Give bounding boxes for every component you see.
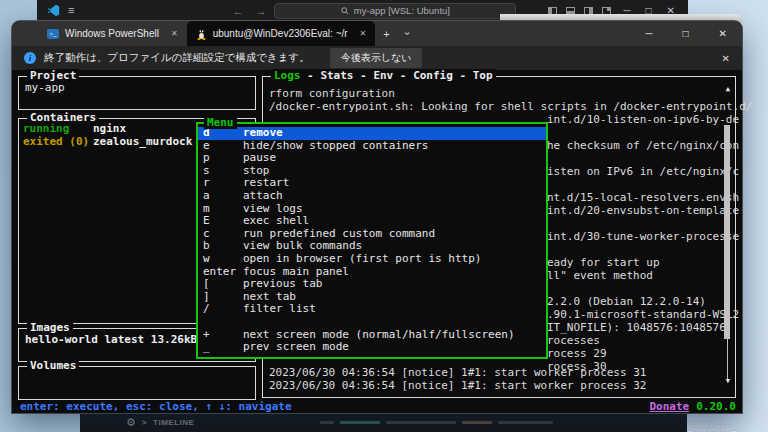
keybind-hints: enter: execute, esc: close, ↑ ↓: navigat… xyxy=(20,400,292,413)
back-icon[interactable]: ← xyxy=(232,5,243,17)
menu-item-blank[interactable] xyxy=(198,316,546,329)
timeline-chevron-icon: > xyxy=(142,418,147,427)
terminal-tabbar: >_ Windows PowerShell ✕ ubuntu@WinDev230… xyxy=(12,21,742,46)
powershell-icon: >_ xyxy=(47,29,59,39)
windows-watermark: ndows 11 Enterprise Ev xyxy=(687,419,768,432)
menu-item-E[interactable]: Eexec shell xyxy=(198,215,546,228)
tab-separator: - xyxy=(354,69,374,82)
version-label: 0.20.0 xyxy=(696,400,736,413)
scrollbar-track xyxy=(727,339,728,379)
tab-dropdown-button[interactable]: › xyxy=(398,21,417,46)
gear-icon[interactable]: ⚙ xyxy=(126,416,136,429)
main-tab-logs[interactable]: Logs xyxy=(274,69,301,82)
menu-title: Menu xyxy=(204,116,237,129)
main-tab-stats[interactable]: Stats xyxy=(320,69,353,82)
menu-item-a[interactable]: aattach xyxy=(198,190,546,203)
log-lines-fragments: int.d/10-listen-on-ipv6-by-de he checksu… xyxy=(547,113,739,373)
hamburger-menu-icon[interactable]: ≡ xyxy=(68,5,74,16)
containers-panel-title: Containers xyxy=(27,111,99,124)
menu-popup: Menu dremoveehide/show stopped container… xyxy=(196,122,548,359)
vscode-search-box[interactable]: my-app [WSL: Ubuntu] xyxy=(274,3,516,19)
volumes-panel-title: Volumes xyxy=(27,359,79,372)
tab-separator: - xyxy=(453,69,473,82)
volumes-panel[interactable]: Volumes xyxy=(18,366,256,400)
menu-item-w[interactable]: wopen in browser (first port is http) xyxy=(198,253,546,266)
terminal-close-button[interactable]: ✕ xyxy=(704,28,742,39)
banner-dismiss-button[interactable]: 今後表示しない xyxy=(330,48,423,68)
vscode-search-text: my-app [WSL: Ubuntu] xyxy=(354,5,450,16)
statusbar: enter: execute, esc: close, ↑ ↓: navigat… xyxy=(20,400,736,413)
log-lines-bottom: 2023/06/30 04:36:54 [notice] 1#1: start … xyxy=(269,366,647,392)
main-tab-env[interactable]: Env xyxy=(373,69,393,82)
lazydocker-tui: Project my-app Containers runningnginx0e… xyxy=(12,70,742,413)
main-panel-tabs: Logs - Stats - Env - Config - Top xyxy=(271,69,496,82)
project-panel-title: Project xyxy=(27,69,79,82)
tab-separator: - xyxy=(301,69,321,82)
menu-list: dremoveehide/show stopped containersppau… xyxy=(198,127,546,354)
tab-close-icon[interactable]: ✕ xyxy=(171,29,178,38)
terminal-info-banner: i 終了動作は、プロファイルの詳細設定で構成できます。 今後表示しない ✕ xyxy=(12,46,742,70)
images-panel-title: Images xyxy=(27,321,73,334)
project-panel[interactable]: Project my-app xyxy=(18,76,256,110)
info-icon: i xyxy=(24,52,36,64)
menu-item-d[interactable]: dremove xyxy=(198,127,546,140)
tab-windows-powershell[interactable]: >_ Windows PowerShell ✕ xyxy=(38,21,187,46)
menu-item-p[interactable]: ppause xyxy=(198,152,546,165)
tab-ubuntu-wsl[interactable]: ubuntu@WinDev2306Eval: ~/r ✕ xyxy=(187,21,376,46)
chevron-down-icon: › xyxy=(402,32,413,35)
terminal-minimize-button[interactable]: ─ xyxy=(630,28,667,39)
timeline-section-label[interactable]: TIMELINE xyxy=(153,418,194,427)
vscode-logo-icon xyxy=(47,4,60,17)
main-tab-top[interactable]: Top xyxy=(473,69,493,82)
terminal-window: >_ Windows PowerShell ✕ ubuntu@WinDev230… xyxy=(12,21,742,413)
tab-title: ubuntu@WinDev2306Eval: ~/r xyxy=(213,28,348,39)
banner-message: 終了動作は、プロファイルの詳細設定で構成できます。 xyxy=(44,51,310,65)
scroll-up-icon[interactable]: ▲ xyxy=(726,85,730,93)
menu-item-_[interactable]: _prev screen mode xyxy=(198,341,546,354)
linux-tux-icon xyxy=(196,28,207,40)
donate-link[interactable]: Donate xyxy=(650,400,690,413)
menu-item-[[interactable]: [previous tab xyxy=(198,278,546,291)
search-icon xyxy=(341,7,349,15)
terminal-maximize-button[interactable]: □ xyxy=(668,28,704,39)
log-lines-top: rform configuration /docker-entrypoint.s… xyxy=(269,87,752,113)
menu-item-/[interactable]: /filter list xyxy=(198,303,546,316)
new-tab-button[interactable]: + xyxy=(375,21,397,46)
tab-close-icon[interactable]: ✕ xyxy=(360,29,367,38)
scroll-down-icon[interactable]: ▼ xyxy=(726,377,730,385)
main-tab-config[interactable]: Config xyxy=(413,69,453,82)
tab-title: Windows PowerShell xyxy=(65,28,159,39)
forward-icon[interactable]: → xyxy=(255,5,266,17)
tab-separator: - xyxy=(393,69,413,82)
scrollbar-thumb[interactable] xyxy=(724,125,730,339)
banner-close-icon[interactable]: ✕ xyxy=(722,53,730,64)
editor-code-ghost xyxy=(320,421,553,424)
vscode-bottom-sliver: ⚙ > TIMELINE xyxy=(80,413,687,432)
